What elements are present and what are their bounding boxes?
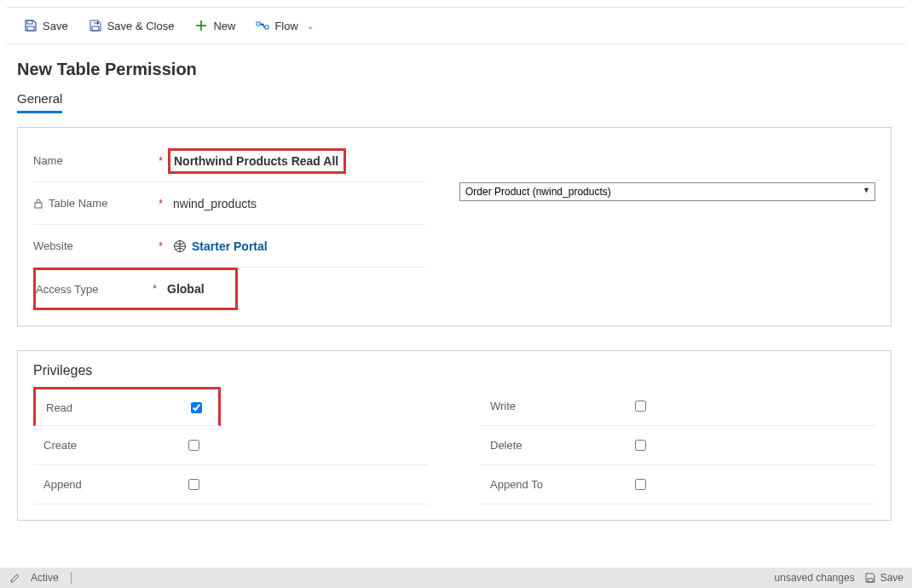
- table-name-label: Table Name: [49, 197, 107, 210]
- save-close-icon: [89, 19, 102, 32]
- new-button[interactable]: New: [186, 15, 244, 36]
- delete-checkbox[interactable]: [635, 440, 646, 451]
- privilege-row-write: Write: [480, 387, 875, 426]
- save-icon: [24, 19, 38, 32]
- append-to-label: Append To: [490, 478, 635, 491]
- status-unsaved: unsaved changes: [775, 572, 855, 584]
- table-name-dropdown[interactable]: Order Product (nwind_products): [459, 182, 875, 201]
- name-value-cell[interactable]: Northwind Products Read All: [170, 152, 425, 170]
- status-bar: Active unsaved changes Save: [0, 568, 912, 588]
- flow-button[interactable]: Flow ⌄: [247, 15, 321, 36]
- field-row-access-type: Access Type * Global: [33, 268, 238, 310]
- lock-icon: [33, 199, 43, 209]
- write-checkbox[interactable]: [635, 401, 646, 412]
- svg-rect-3: [257, 22, 260, 26]
- append-label: Append: [43, 478, 188, 491]
- svg-rect-1: [27, 26, 34, 31]
- privileges-section: Privileges Read Create Append: [17, 350, 892, 521]
- website-label: Website: [33, 239, 73, 252]
- privilege-row-append: Append: [33, 465, 429, 504]
- access-type-value[interactable]: Global: [164, 282, 235, 296]
- privilege-row-read: Read: [33, 387, 221, 426]
- write-label: Write: [490, 400, 635, 412]
- read-checkbox[interactable]: [191, 402, 202, 413]
- create-checkbox[interactable]: [188, 440, 199, 451]
- chevron-down-icon: ⌄: [307, 21, 314, 31]
- access-type-label: Access Type: [36, 283, 98, 296]
- svg-rect-7: [868, 579, 873, 582]
- field-row-website: Website * Starter Portal: [33, 225, 425, 268]
- edit-icon[interactable]: [9, 571, 22, 585]
- table-name-dropdown-wrap: Order Product (nwind_products): [459, 182, 875, 201]
- status-active: Active: [31, 572, 59, 584]
- append-checkbox[interactable]: [188, 479, 199, 490]
- status-save-label: Save: [880, 572, 903, 584]
- field-row-table-name: Table Name * nwind_products: [33, 182, 425, 225]
- status-save-button[interactable]: Save: [863, 571, 903, 585]
- new-label: New: [213, 20, 235, 32]
- globe-icon: [173, 239, 187, 253]
- save-close-label: Save & Close: [107, 20, 175, 32]
- required-marker: *: [153, 283, 157, 295]
- scroll-spacer: [17, 545, 892, 568]
- command-bar: Save Save & Close New Flow ⌄: [7, 7, 905, 44]
- tab-bar: General: [17, 86, 892, 113]
- save-label: Save: [43, 20, 68, 32]
- status-separator: [71, 572, 72, 584]
- save-button[interactable]: Save: [15, 15, 77, 36]
- privilege-row-append-to: Append To: [480, 465, 875, 504]
- field-row-name: Name * Northwind Products Read All: [33, 140, 425, 182]
- required-marker: *: [159, 155, 163, 167]
- flow-label: Flow: [274, 20, 297, 32]
- required-marker: *: [159, 240, 163, 252]
- page-title: New Table Permission: [17, 60, 892, 79]
- flow-icon: [256, 19, 269, 32]
- website-value: Starter Portal: [192, 239, 268, 253]
- tab-general[interactable]: General: [17, 86, 62, 113]
- plus-icon: [194, 19, 208, 32]
- save-icon: [863, 571, 877, 585]
- privilege-row-delete: Delete: [480, 426, 875, 465]
- svg-rect-5: [35, 203, 42, 208]
- name-value: Northwind Products Read All: [174, 154, 338, 168]
- privilege-row-create: Create: [33, 426, 429, 465]
- append-to-checkbox[interactable]: [635, 479, 646, 490]
- svg-rect-4: [265, 26, 268, 29]
- read-label: Read: [46, 401, 191, 414]
- save-close-button[interactable]: Save & Close: [80, 15, 183, 36]
- general-section: Name * Northwind Products Read All: [17, 127, 892, 326]
- name-label: Name: [33, 154, 63, 167]
- delete-label: Delete: [490, 439, 635, 452]
- name-highlight: Northwind Products Read All: [168, 148, 346, 174]
- website-value-cell[interactable]: Starter Portal: [170, 239, 425, 253]
- table-name-value[interactable]: nwind_products: [170, 197, 425, 210]
- svg-rect-2: [92, 26, 99, 31]
- privileges-title: Privileges: [33, 363, 875, 378]
- required-marker: *: [159, 198, 163, 210]
- form-scroll-area[interactable]: New Table Permission General Name *: [7, 44, 905, 568]
- svg-rect-0: [27, 20, 32, 24]
- create-label: Create: [43, 439, 188, 452]
